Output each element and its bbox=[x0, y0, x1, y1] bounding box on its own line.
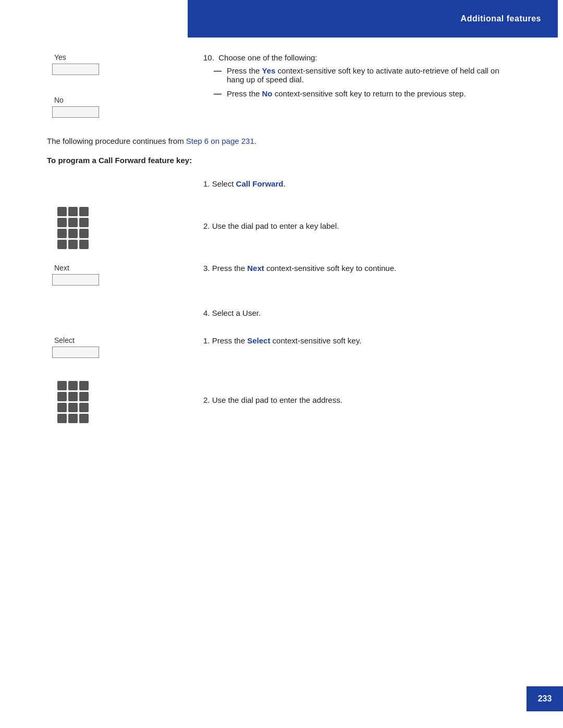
step2-row: 2. Use the dial pad to enter a key label… bbox=[47, 207, 516, 249]
substep1-left: Select bbox=[47, 336, 193, 366]
key-5 bbox=[68, 218, 78, 227]
step4-row: 4. Select a User. bbox=[47, 309, 516, 322]
dialpad-address bbox=[57, 381, 94, 423]
no-label: No bbox=[54, 96, 64, 104]
step10-row: Yes No 10. Choose one of the following: … bbox=[47, 53, 516, 126]
no-softkey-button[interactable] bbox=[52, 106, 99, 118]
select-label: Select bbox=[54, 336, 75, 344]
bullet-no: — Press the No context-sensitive soft ke… bbox=[214, 89, 516, 98]
step1-text: 1. Select Call Forward. bbox=[203, 179, 516, 188]
key-12 bbox=[79, 240, 89, 249]
key-8 bbox=[68, 229, 78, 238]
no-keyword: No bbox=[262, 89, 273, 98]
substep1-text: 1. Press the Select context-sensitive so… bbox=[203, 336, 516, 345]
page-number: 233 bbox=[538, 694, 552, 704]
next-keyword: Next bbox=[247, 264, 264, 273]
step1-right: 1. Select Call Forward. bbox=[193, 179, 516, 192]
bullet-no-text: Press the No context-sensitive soft key … bbox=[227, 89, 466, 98]
key-9 bbox=[79, 229, 89, 238]
key-1 bbox=[57, 207, 67, 216]
step10-text: 10. Choose one of the following: bbox=[203, 53, 516, 62]
header-title: Additional features bbox=[461, 14, 541, 23]
addr-key-6 bbox=[79, 392, 89, 401]
step4-right: 4. Select a User. bbox=[193, 309, 516, 322]
addr-key-2 bbox=[68, 381, 78, 390]
step2-text: 2. Use the dial pad to enter a key label… bbox=[203, 221, 516, 230]
call-forward-keyword: Call Forward bbox=[236, 179, 284, 188]
addr-key-12 bbox=[79, 414, 89, 423]
addr-key-4 bbox=[57, 392, 67, 401]
key-3 bbox=[79, 207, 89, 216]
dialpad-key-label bbox=[57, 207, 94, 249]
step3-text: 3. Press the Next context-sensitive soft… bbox=[203, 264, 516, 273]
addr-key-7 bbox=[57, 403, 67, 412]
key-7 bbox=[57, 229, 67, 238]
next-label: Next bbox=[54, 264, 69, 272]
substep1-right: 1. Press the Select context-sensitive so… bbox=[193, 336, 516, 349]
substep2-right: 2. Use the dial pad to enter the address… bbox=[193, 396, 516, 409]
yes-label: Yes bbox=[54, 53, 66, 61]
step3-right: 3. Press the Next context-sensitive soft… bbox=[193, 264, 516, 277]
key-10 bbox=[57, 240, 67, 249]
page-container: Additional features Yes No 10. Choose on… bbox=[0, 0, 563, 728]
addr-key-3 bbox=[79, 381, 89, 390]
addr-key-9 bbox=[79, 403, 89, 412]
substep2-text: 2. Use the dial pad to enter the address… bbox=[203, 396, 516, 404]
step6-link[interactable]: Step 6 on page 231 bbox=[186, 137, 254, 145]
step10-left: Yes No bbox=[47, 53, 193, 126]
bullet-list: — Press the Yes context-sensitive soft k… bbox=[214, 66, 516, 98]
step4-text: 4. Select a User. bbox=[203, 309, 516, 317]
next-softkey-button[interactable] bbox=[52, 274, 99, 286]
addr-key-1 bbox=[57, 381, 67, 390]
step3-row: Next 3. Press the Next context-sensitive… bbox=[47, 264, 516, 294]
page-number-box: 233 bbox=[527, 686, 563, 711]
addr-key-11 bbox=[68, 414, 78, 423]
main-content: Yes No 10. Choose one of the following: … bbox=[0, 38, 563, 465]
substep2-left bbox=[47, 381, 193, 423]
section-heading: To program a Call Forward feature key: bbox=[47, 156, 516, 165]
step2-right: 2. Use the dial pad to enter a key label… bbox=[193, 221, 516, 235]
key-11 bbox=[68, 240, 78, 249]
substep2-row: 2. Use the dial pad to enter the address… bbox=[47, 381, 516, 423]
bullet-yes: — Press the Yes context-sensitive soft k… bbox=[214, 66, 516, 84]
header-banner: Additional features bbox=[188, 0, 558, 38]
yes-softkey-button[interactable] bbox=[52, 64, 99, 75]
select-softkey-button[interactable] bbox=[52, 347, 99, 358]
key-4 bbox=[57, 218, 67, 227]
bullet-yes-text: Press the Yes context-sensitive soft key… bbox=[227, 66, 516, 84]
addr-key-5 bbox=[68, 392, 78, 401]
dash-yes: — bbox=[214, 66, 222, 75]
substep1-row: Select 1. Press the Select context-sensi… bbox=[47, 336, 516, 366]
dash-no: — bbox=[214, 89, 222, 98]
select-keyword: Select bbox=[247, 336, 270, 345]
step3-left: Next bbox=[47, 264, 193, 294]
step10-number: 10. bbox=[203, 53, 216, 62]
step1-row: 1. Select Call Forward. bbox=[47, 179, 516, 192]
key-2 bbox=[68, 207, 78, 216]
procedure-continues: The following procedure continues from S… bbox=[47, 137, 516, 145]
yes-keyword: Yes bbox=[262, 66, 276, 75]
step10-right: 10. Choose one of the following: — Press… bbox=[193, 53, 516, 103]
addr-key-10 bbox=[57, 414, 67, 423]
step2-left bbox=[47, 207, 193, 249]
key-6 bbox=[79, 218, 89, 227]
addr-key-8 bbox=[68, 403, 78, 412]
